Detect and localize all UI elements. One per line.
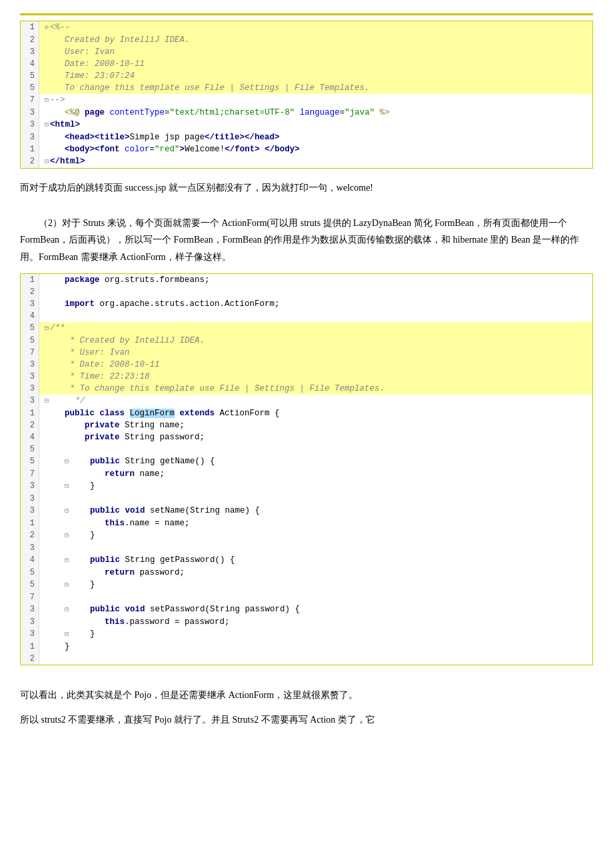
code-line: 3 * Time: 22:23:18 (21, 371, 592, 383)
code-line: 3 import org.apache.struts.action.Action… (21, 298, 592, 310)
code-line: 3 * Date: 2008-10-11 (21, 359, 592, 371)
code-line: 3 (21, 542, 592, 554)
code-line: 1 ⊖<%-- (21, 21, 592, 34)
code-line: 3 ⊟ } (21, 480, 592, 493)
code-line: 5 ⊟ public String getName() { (21, 455, 592, 468)
code-line: 5 Time: 23:07:24 (21, 70, 592, 82)
java-code-block: 1 package org.struts.formbeans; 2 3 impo… (20, 273, 593, 665)
code-line: 7 (21, 591, 592, 603)
code-line: 4 Date: 2008-10-11 (21, 58, 592, 70)
prose-paragraph-3-line2: 所以 struts2 不需要继承，直接写 Pojo 就行了。并且 Struts2… (20, 711, 593, 728)
code-line: 3 (21, 493, 592, 505)
code-line: 4 ⊟ public String getPassword() { (21, 554, 592, 567)
code-line: 3 * To change this template use File | S… (21, 383, 592, 395)
code-line: 1 public class LoginForm extends ActionF… (21, 407, 592, 419)
prose-paragraph-3-line1: 可以看出，此类其实就是个 Pojo，但是还需要继承 ActionForm，这里就… (20, 687, 593, 703)
code-line: 3 <%@ page contentType="text/html;charse… (21, 107, 592, 119)
code-line: 3 <head><title>Simple jsp page</title></… (21, 131, 592, 143)
code-line: 2 ⊟</html> (21, 155, 592, 168)
code-line: 3 ⊟ public void setPassword(String passw… (21, 603, 592, 616)
code-line: 2 private String name; (21, 419, 592, 431)
code-line: 5 return password; (21, 567, 592, 579)
code-line: 4 private String password; (21, 431, 592, 443)
code-line: 5 To change this template use File | Set… (21, 82, 592, 94)
code-line: 5 ⊟/** (21, 322, 592, 335)
code-line: 3 ⊟ */ (21, 395, 592, 407)
code-line: 3 this.password = password; (21, 616, 592, 628)
code-line: 2 Created by IntelliJ IDEA. (21, 34, 592, 46)
code-line: 3 ⊟ public void setName(String name) { (21, 505, 592, 517)
code-line: 7 return name; (21, 468, 592, 480)
code-line: 1 <body><font color="red">Welcome!</font… (21, 143, 592, 155)
code-line: 1 } (21, 641, 592, 653)
code-line: 7 * User: Ivan (21, 347, 592, 359)
prose-paragraph-1: 而对于成功后的跳转页面 success.jsp 就一点区别都没有了，因为就打印一… (20, 179, 593, 196)
code-line: 3 ⊟<html> (21, 119, 592, 131)
code-line: 5 ⊟ } (21, 579, 592, 591)
prose-paragraph-2: （2）对于 Struts 来说，每个页面就需要一个 ActionForm(可以用… (20, 215, 593, 265)
code-line: 5 * Created by IntelliJ IDEA. (21, 335, 592, 347)
jsp-code-block: 1 ⊖<%-- 2 Created by IntelliJ IDEA. 3 Us… (20, 21, 593, 169)
code-line: 2 (21, 653, 592, 665)
code-line: 3 User: Ivan (21, 46, 592, 58)
code-line: 1 this.name = name; (21, 517, 592, 529)
code-line: 2 ⊟ } (21, 529, 592, 542)
code-line: 3 ⊟ } (21, 628, 592, 641)
code-line: 1 package org.struts.formbeans; (21, 274, 592, 286)
code-line: 5 (21, 443, 592, 455)
code-line: 2 (21, 286, 592, 298)
code-line: 7 ⊟--> (21, 94, 592, 107)
code-line: 4 (21, 310, 592, 322)
